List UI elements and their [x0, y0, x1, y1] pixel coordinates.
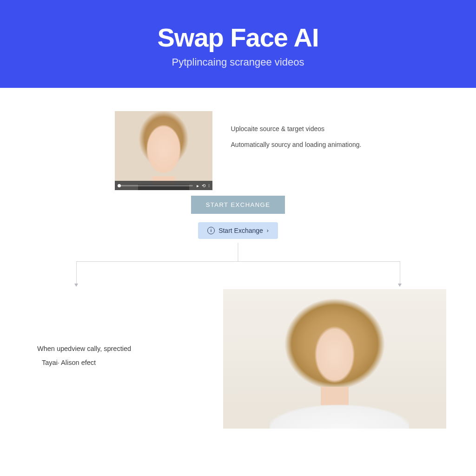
- result-description: When upedview cally, sprectied Tayai· Al…: [19, 345, 205, 373]
- start-exchange-primary-button[interactable]: START EXCHANGE: [191, 196, 285, 214]
- result-image: [223, 289, 446, 429]
- page-title: Swap Face AI: [0, 22, 476, 53]
- page-subtitle: Pytplincaing scrangee videos: [0, 56, 476, 68]
- video-controls-bar[interactable]: ▸ ⟲ ⁝: [115, 181, 212, 190]
- video-progress-bar[interactable]: [118, 185, 193, 186]
- loop-icon[interactable]: ⟲: [202, 183, 205, 188]
- video-control-icons[interactable]: ▸ ⟲ ⁝: [197, 183, 210, 188]
- arrow-down-left-icon: [74, 284, 78, 287]
- upload-section: ▸ ⟲ ⁝ Uplocaite source & target videos A…: [0, 88, 476, 190]
- upload-line-2: Automatically sourcy and loading animati…: [231, 141, 362, 148]
- result-line-1: When upedview cally, sprectied: [37, 345, 205, 352]
- result-section: When upedview cally, sprectied Tayai· Al…: [0, 289, 476, 429]
- hero-header: Swap Face AI Pytplincaing scrangee video…: [0, 0, 476, 88]
- result-line-2: Tayai· Alison efect: [37, 359, 205, 366]
- flow-line-horizontal: [76, 261, 400, 262]
- settings-icon[interactable]: ⁝: [208, 183, 210, 188]
- chevron-right-icon: ›: [267, 227, 269, 234]
- result-portrait-shirt: [270, 396, 409, 429]
- action-buttons: START EXCHANGE i Start Exchange ›: [0, 196, 476, 239]
- arrow-down-right-icon: [398, 284, 402, 287]
- upload-instructions: Uplocaite source & target videos Automat…: [231, 111, 362, 157]
- upload-line-1: Uplocaite source & target videos: [231, 125, 362, 132]
- source-video-thumbnail[interactable]: ▸ ⟲ ⁝: [115, 111, 212, 190]
- info-icon: i: [207, 227, 215, 234]
- flow-line-vertical-left: [76, 261, 77, 284]
- flow-line-vertical-right: [400, 261, 400, 284]
- play-icon[interactable]: ▸: [197, 183, 199, 188]
- secondary-button-label: Start Exchange: [218, 227, 263, 234]
- flow-diagram: [0, 243, 476, 289]
- flow-line-vertical-center: [238, 243, 238, 261]
- start-exchange-secondary-button[interactable]: i Start Exchange ›: [198, 222, 278, 239]
